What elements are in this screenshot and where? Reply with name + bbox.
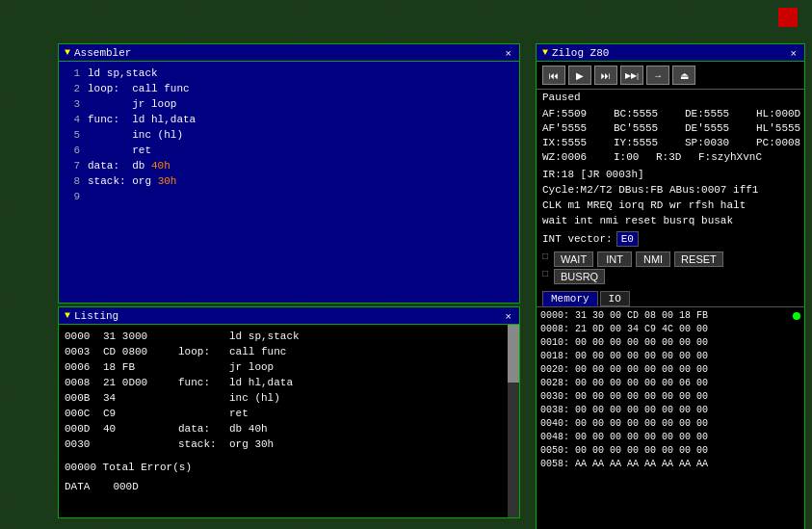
mem-row-1: 0008: 21 0D 00 34 C9 4C 00 00	[540, 323, 800, 336]
listing-title: ▼ Listing	[65, 310, 118, 322]
ir-row: IR:18 [JR 0003h]	[537, 167, 804, 182]
z80-title-arrow-icon: ▼	[542, 47, 548, 58]
z80-title: ▼ Zilog Z80	[542, 47, 609, 59]
mem-row-3: 0018: 00 00 00 00 00 00 00 00	[540, 350, 800, 363]
wait-button[interactable]: WAIT	[554, 251, 593, 267]
code-line-8: 8 stack: org 30h	[65, 173, 513, 189]
cycle-row: Cycle:M2/T2 DBus:FB ABus:0007 iff1	[537, 182, 804, 198]
code-line-9: 9	[65, 189, 513, 204]
assembler-title-text: Assembler	[74, 47, 131, 59]
mem-row-11: 0058: AA AA AA AA AA AA AA AA	[540, 458, 800, 471]
listing-window: ▼ Listing × 0000 31 3000 ld sp,stack 000…	[58, 306, 520, 518]
listing-line-5: 000B 34 inc (hl)	[65, 390, 513, 406]
int-vector-value: E0	[616, 231, 639, 247]
listing-title-text: Listing	[74, 310, 118, 322]
listing-title-arrow-icon: ▼	[65, 310, 70, 321]
int-button[interactable]: INT	[597, 251, 632, 267]
rewind-button[interactable]: ⏮	[542, 66, 565, 85]
wait-row: wait int nmi reset busrq busak	[537, 213, 804, 228]
z80-close-button[interactable]: ×	[789, 47, 799, 59]
listing-line-2: 0003 CD 0800 loop: call func	[65, 344, 513, 359]
nmi-button[interactable]: NMI	[636, 251, 670, 267]
z80-title-text: Zilog Z80	[552, 47, 609, 59]
z80-titlebar: ▼ Zilog Z80 ×	[537, 44, 804, 62]
step-over-button[interactable]: ⏭	[594, 66, 617, 85]
transport-bar: ⏮ ▶ ⏭ ▶▶| → ⏏	[537, 62, 804, 90]
signal-buttons-row2: □ BUSRQ	[537, 269, 804, 288]
assembler-code: 1 ld sp,stack 2 loop: call func 3 jr loo…	[59, 62, 519, 303]
code-line-7: 7 data: db 40h	[65, 158, 513, 173]
step-out-button[interactable]: →	[646, 66, 669, 85]
mem-row-4: 0020: 00 00 00 00 00 00 00 00	[540, 363, 800, 377]
eject-button[interactable]: ⏏	[672, 66, 695, 85]
code-line-2: 2 loop: call func	[65, 81, 513, 96]
code-line-6: 6 ret	[65, 143, 513, 158]
listing-line-1: 0000 31 3000 ld sp,stack	[65, 329, 513, 344]
signal-buttons-row1: □ WAIT INT NMI RESET	[537, 250, 804, 269]
code-line-3: 3 jr loop	[65, 96, 513, 112]
red-chip	[778, 8, 798, 27]
mem-row-7: 0038: 00 00 00 00 00 00 00 00	[540, 404, 800, 417]
listing-line-7: 000D 40 data: db 40h	[65, 421, 513, 436]
mem-row-5: 0028: 00 00 00 00 00 00 06 00	[540, 377, 800, 390]
listing-line-4: 0008 21 0D00 func: ld hl,data	[65, 375, 513, 390]
registers-panel: AF:5509 BC:5555 DE:5555 HL:000D AF'5555 …	[537, 105, 804, 167]
listing-titlebar: ▼ Listing ×	[59, 307, 519, 325]
busrq-button[interactable]: BUSRQ	[554, 269, 605, 284]
listing-segment: DATA 000D	[65, 479, 513, 494]
listing-scrollbar[interactable]	[508, 325, 519, 517]
listing-line-6: 000C C9 ret	[65, 406, 513, 421]
reg-row-wz-flags: WZ:0006 I:00 R:3D F:szyhXvnC	[542, 150, 799, 165]
code-line-1: 1 ld sp,stack	[65, 66, 513, 81]
reset-button[interactable]: RESET	[674, 251, 723, 267]
memory-tab[interactable]: Memory	[542, 291, 598, 306]
mem-row-6: 0030: 00 00 00 00 00 00 00 00	[540, 390, 800, 404]
listing-total-errors: 00000 Total Error(s)	[65, 460, 513, 475]
listing-close-button[interactable]: ×	[504, 310, 513, 322]
mem-row-2: 0010: 00 00 00 00 00 00 00 00	[540, 336, 800, 350]
listing-code: 0000 31 3000 ld sp,stack 0003 CD 0800 lo…	[59, 325, 519, 517]
z80-window: ▼ Zilog Z80 × ⏮ ▶ ⏭ ▶▶| → ⏏ Paused AF:55…	[536, 43, 805, 529]
memory-content: 0000: 31 30 00 CD 08 00 18 FB 0008: 21 0…	[537, 307, 804, 529]
mem-row-10: 0050: 00 00 00 00 00 00 00 00	[540, 444, 800, 458]
reg-row-af2-hl2: AF'5555 BC'5555 DE'5555 HL'5555	[542, 121, 799, 136]
assembler-title: ▼ Assembler	[65, 47, 131, 59]
code-line-5: 5 inc (hl)	[65, 127, 513, 143]
reg-row-ix-pc: IX:5555 IY:5555 SP:0030 PC:0008	[542, 136, 799, 150]
assembler-window: ▼ Assembler × 1 ld sp,stack 2 loop: call…	[58, 43, 520, 304]
mem-row-0: 0000: 31 30 00 CD 08 00 18 FB	[540, 309, 800, 323]
mem-indicator-0	[793, 312, 800, 320]
fast-forward-button[interactable]: ▶▶|	[620, 66, 643, 85]
title-arrow-icon: ▼	[65, 47, 70, 58]
listing-line-8: 0030 stack: org 30h	[65, 436, 513, 452]
reg-row-af-hl: AF:5509 BC:5555 DE:5555 HL:000D	[542, 107, 799, 121]
assembler-close-button[interactable]: ×	[504, 47, 513, 59]
mem-row-8: 0040: 00 00 00 00 00 00 00 00	[540, 417, 800, 431]
int-vector-row: INT vector: E0	[537, 228, 804, 250]
paused-status: Paused	[537, 90, 804, 105]
listing-scrollbar-thumb[interactable]	[508, 325, 519, 383]
listing-line-3: 0006 18 FB jr loop	[65, 359, 513, 375]
memory-io-tabs: Memory IO	[537, 288, 804, 307]
io-tab[interactable]: IO	[600, 291, 630, 306]
play-button[interactable]: ▶	[568, 66, 591, 85]
mem-row-9: 0048: 00 00 00 00 00 00 00 00	[540, 431, 800, 444]
assembler-titlebar: ▼ Assembler ×	[59, 44, 519, 62]
code-line-4: 4 func: ld hl,data	[65, 112, 513, 127]
clk-row: CLK m1 MREQ iorq RD wr rfsh halt	[537, 198, 804, 213]
